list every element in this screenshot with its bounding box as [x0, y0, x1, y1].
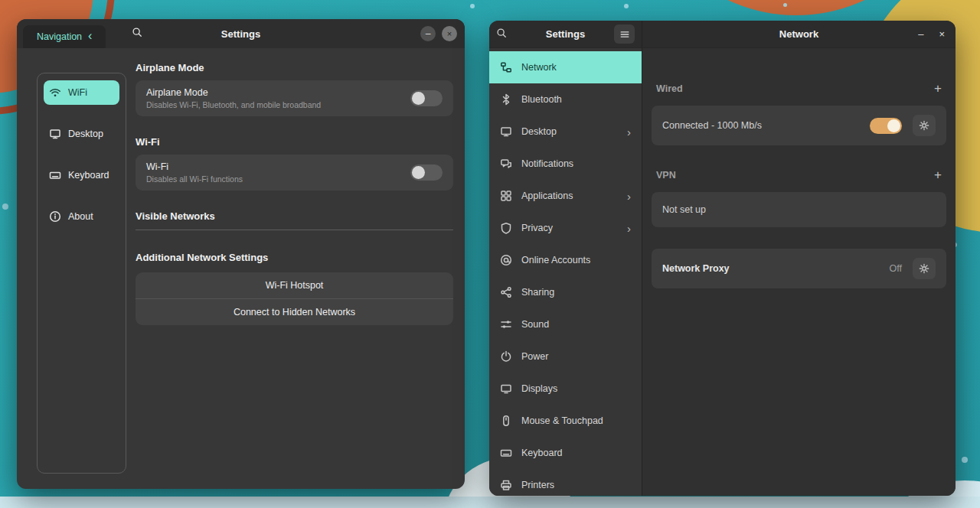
wifi-hotspot-button[interactable]: Wi-Fi Hotspot	[136, 272, 453, 298]
printer-icon	[500, 479, 512, 491]
sidebar-item-label: Network	[521, 62, 557, 73]
navigation-label: Navigation	[37, 31, 82, 42]
vpn-header-label: VPN	[656, 170, 934, 181]
airplane-mode-card: Airplane Mode Disables Wi-Fi, Bluetooth,…	[136, 80, 453, 116]
vpn-card: Not set up	[652, 192, 946, 227]
chevron-right-icon: ›	[627, 222, 631, 235]
sidebar-item-power[interactable]: Power	[489, 340, 642, 373]
sidebar-item-applications[interactable]: Applications ›	[489, 180, 642, 212]
sidebar-item-label: About	[68, 211, 93, 222]
wifi-card: Wi-Fi Disables all Wi-Fi functions	[136, 155, 453, 190]
hamburger-icon	[619, 29, 630, 40]
sidebar-item-label: Displays	[521, 383, 557, 394]
pref-texts: Airplane Mode Disables Wi-Fi, Bluetooth,…	[146, 87, 410, 109]
sidebar-item-displays[interactable]: Displays	[489, 373, 642, 405]
sidebar-item-label: Sharing	[521, 287, 554, 298]
sidebar-item-label: Online Accounts	[521, 255, 590, 265]
chevron-right-icon: ›	[627, 125, 631, 138]
wifi-title: Wi-Fi	[146, 161, 410, 172]
sidebar-item-keyboard[interactable]: Keyboard	[489, 437, 642, 469]
sidebar-item-label: Desktop	[521, 126, 557, 137]
gear-icon	[919, 263, 929, 274]
wired-toggle[interactable]	[870, 118, 902, 134]
navigation-back-button[interactable]: Navigation ‹	[23, 25, 106, 48]
sidebar-item-wifi[interactable]: WiFi	[44, 80, 119, 105]
window-controls: – ×	[420, 26, 457, 41]
keyboard-icon	[500, 447, 512, 459]
search-icon	[496, 28, 507, 38]
sidebar-item-label: Power	[521, 351, 548, 362]
window-controls: – ×	[918, 28, 945, 40]
wired-connection-row: Connected - 1000 Mb/s	[652, 106, 946, 145]
vpn-section-header: VPN +	[652, 168, 946, 181]
wifi-subtitle: Disables all Wi-Fi functions	[146, 174, 410, 184]
network-proxy-card: Network Proxy Off	[652, 249, 946, 288]
sidebar-item-desktop[interactable]: Desktop	[44, 122, 119, 146]
keyboard-icon	[49, 169, 61, 181]
close-button[interactable]: ×	[939, 28, 945, 40]
minimize-button[interactable]: –	[918, 28, 923, 40]
shield-icon	[500, 222, 512, 234]
close-button[interactable]: ×	[442, 26, 457, 41]
search-button[interactable]	[496, 28, 507, 41]
window-body: WiFi Desktop Keyboard About Airplane Mod…	[17, 48, 465, 489]
desktop-icon	[500, 125, 512, 138]
sidebar-item-notifications[interactable]: Notifications	[489, 148, 642, 180]
sidebar-item-privacy[interactable]: Privacy ›	[489, 212, 642, 244]
content-titlebar: Network – ×	[642, 21, 956, 48]
divider	[136, 230, 453, 230]
minimize-button[interactable]: –	[420, 26, 436, 41]
airplane-mode-subtitle: Disables Wi-Fi, Bluetooth, and mobile br…	[146, 100, 410, 109]
at-icon	[500, 254, 512, 266]
section-header-wifi: Wi-Fi	[136, 136, 453, 148]
add-vpn-button[interactable]: +	[934, 168, 942, 181]
sidebar-item-label: Printers	[521, 480, 554, 490]
sidebar-item-sharing[interactable]: Sharing	[489, 276, 642, 308]
sidebar-item-bluetooth[interactable]: Bluetooth	[489, 83, 642, 116]
wired-status: Connected - 1000 Mb/s	[662, 120, 870, 131]
chevron-right-icon: ›	[627, 190, 631, 203]
connect-hidden-networks-button[interactable]: Connect to Hidden Networks	[136, 298, 453, 325]
titlebar: Navigation ‹ Settings – ×	[17, 19, 465, 48]
page-title: Network	[642, 28, 956, 40]
chat-bubbles-icon	[500, 158, 512, 170]
section-header-airplane: Airplane Mode	[136, 62, 453, 73]
menu-button[interactable]	[614, 24, 635, 44]
airplane-mode-toggle[interactable]	[410, 90, 443, 106]
settings-window-network: Settings Network – × Network Bluetooth D…	[489, 21, 956, 496]
sidebar-item-label: Desktop	[68, 129, 103, 139]
sidebar-item-keyboard[interactable]: Keyboard	[44, 163, 119, 187]
sliders-icon	[500, 318, 512, 331]
sidebar-item-online-accounts[interactable]: Online Accounts	[489, 244, 642, 276]
search-button[interactable]	[132, 27, 142, 41]
network-proxy-settings-button[interactable]	[913, 258, 936, 279]
search-icon	[132, 27, 142, 37]
wifi-toggle[interactable]	[410, 164, 443, 181]
wallpaper-dot	[783, 3, 787, 7]
wifi-settings-page: Airplane Mode Airplane Mode Disables Wi-…	[136, 60, 453, 474]
wallpaper-dot	[962, 457, 968, 463]
sidebar-item-about[interactable]: About	[44, 204, 119, 229]
sidebar-item-network[interactable]: Network	[489, 51, 642, 83]
sidebar-item-label: WiFi	[68, 87, 87, 98]
wallpaper-dot	[624, 4, 629, 8]
info-icon	[49, 210, 61, 223]
sidebar-titlebar: Settings	[489, 21, 642, 48]
vpn-row: Not set up	[652, 192, 946, 227]
bluetooth-icon	[500, 93, 512, 106]
sidebar-item-label: Notifications	[521, 158, 573, 169]
additional-settings-card: Wi-Fi Hotspot Connect to Hidden Networks	[136, 272, 453, 325]
network-icon	[500, 61, 512, 73]
network-proxy-row: Network Proxy Off	[652, 249, 946, 288]
wallpaper-dot	[2, 204, 8, 210]
wired-settings-button[interactable]	[913, 115, 936, 136]
sidebar-item-printers[interactable]: Printers	[489, 469, 642, 496]
sidebar-item-sound[interactable]: Sound	[489, 308, 642, 340]
add-wired-connection-button[interactable]: +	[934, 82, 942, 95]
desktop-icon	[49, 128, 61, 140]
wired-section-header: Wired +	[652, 82, 946, 95]
sidebar-item-desktop[interactable]: Desktop ›	[489, 116, 642, 148]
sidebar-item-mouse-touchpad[interactable]: Mouse & Touchpad	[489, 405, 642, 437]
sidebar-item-label: Keyboard	[521, 448, 563, 458]
airplane-mode-row: Airplane Mode Disables Wi-Fi, Bluetooth,…	[136, 80, 453, 116]
